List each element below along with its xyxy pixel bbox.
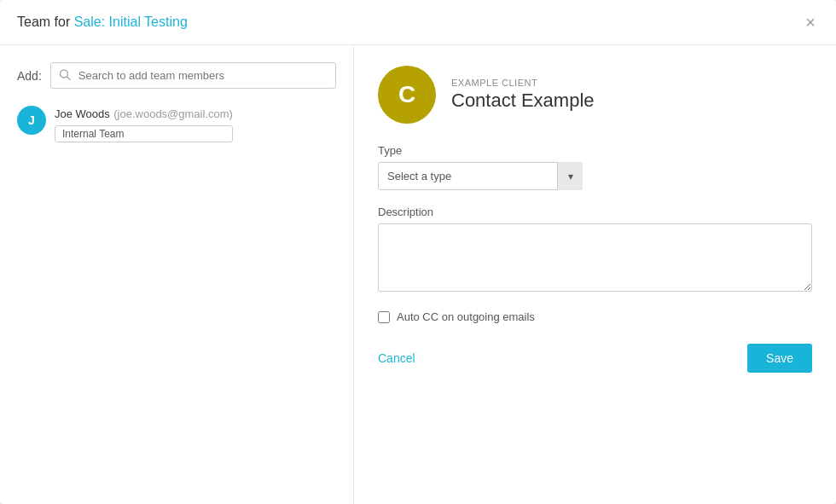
right-panel: C EXAMPLE CLIENT Contact Example Type Se… (354, 45, 836, 504)
action-row: Cancel Save (378, 344, 812, 373)
modal-header: Team for Sale: Initial Testing × (0, 0, 836, 45)
auto-cc-label: Auto CC on outgoing emails (397, 310, 535, 323)
contact-info: EXAMPLE CLIENT Contact Example (451, 78, 595, 112)
select-wrapper: Select a type Primary Secondary Other ▾ (378, 162, 583, 190)
close-button[interactable]: × (802, 14, 819, 31)
add-row: Add: (17, 62, 336, 89)
member-email: (joe.woods@gmail.com) (113, 107, 233, 120)
modal-title: Team for Sale: Initial Testing (17, 14, 188, 30)
contact-subtitle: EXAMPLE CLIENT (451, 78, 595, 88)
left-panel: Add: J Joe Woods (j (0, 45, 354, 504)
contact-header: C EXAMPLE CLIENT Contact Example (378, 66, 812, 124)
modal-body: Add: J Joe Woods (j (0, 45, 836, 504)
team-member-item: J Joe Woods (joe.woods@gmail.com) Intern… (17, 106, 336, 142)
avatar: J (17, 106, 46, 135)
contact-name: Contact Example (451, 90, 595, 112)
member-name: Joe Woods (55, 107, 110, 120)
type-select[interactable]: Select a type Primary Secondary Other (378, 162, 583, 190)
cancel-button[interactable]: Cancel (378, 351, 415, 365)
add-label: Add: (17, 69, 42, 83)
save-button[interactable]: Save (747, 344, 812, 373)
search-input[interactable] (50, 62, 336, 89)
member-name-row: Joe Woods (joe.woods@gmail.com) (55, 106, 233, 121)
contact-avatar: C (378, 66, 436, 124)
type-label: Type (378, 144, 812, 157)
auto-cc-row: Auto CC on outgoing emails (378, 310, 812, 323)
search-icon (59, 68, 71, 83)
modal-dialog: Team for Sale: Initial Testing × Add: (0, 0, 836, 504)
description-label: Description (378, 206, 812, 218)
title-prefix: Team for (17, 14, 74, 29)
description-textarea[interactable] (378, 223, 812, 292)
svg-line-1 (67, 77, 70, 80)
type-field-group: Type Select a type Primary Secondary Oth… (378, 144, 812, 190)
sale-link[interactable]: Sale: Initial Testing (74, 14, 188, 29)
auto-cc-checkbox[interactable] (378, 311, 390, 323)
description-field-group: Description (378, 206, 812, 295)
member-badge: Internal Team (55, 125, 233, 142)
member-info: Joe Woods (joe.woods@gmail.com) Internal… (55, 106, 233, 142)
search-wrapper (50, 62, 336, 89)
